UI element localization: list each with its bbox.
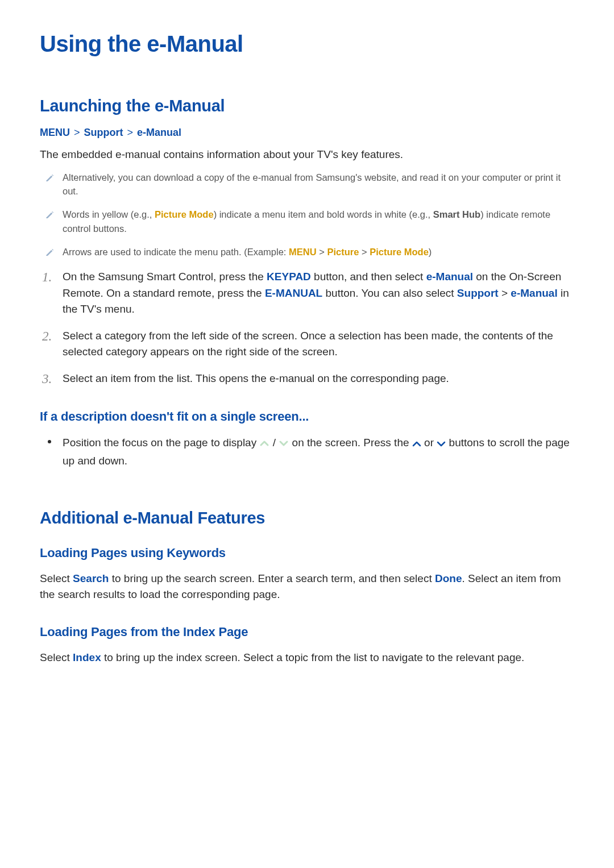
yellow-term: MENU bbox=[289, 247, 317, 257]
button-ref: KEYPAD bbox=[267, 271, 311, 283]
text-fragment: > bbox=[499, 287, 511, 299]
paragraph-keywords: Select Search to bring up the search scr… bbox=[40, 571, 574, 602]
menu-ref: e-Manual bbox=[511, 287, 557, 299]
text-fragment: Select bbox=[40, 572, 73, 584]
breadcrumb-support: Support bbox=[84, 127, 123, 138]
step-text: Select a category from the left side of … bbox=[63, 330, 553, 358]
section-heading-additional: Additional e-Manual Features bbox=[40, 509, 574, 528]
note-item: Words in yellow (e.g., Picture Mode) ind… bbox=[40, 207, 574, 236]
section-heading-launching: Launching the e-Manual bbox=[40, 97, 574, 115]
note-item: Arrows are used to indicate the menu pat… bbox=[40, 245, 574, 259]
yellow-term: Picture bbox=[327, 247, 359, 257]
button-ref: E-MANUAL bbox=[265, 287, 322, 299]
breadcrumb-sep: > bbox=[70, 127, 84, 138]
note-icon bbox=[45, 246, 54, 255]
note-text: Arrows are used to indicate the menu pat… bbox=[63, 247, 432, 257]
note-icon bbox=[45, 172, 54, 180]
chevron-up-icon bbox=[412, 435, 421, 452]
menu-ref-done: Done bbox=[435, 572, 462, 584]
step-number: 2. bbox=[42, 327, 52, 347]
step-text: Select an item from the list. This opens… bbox=[63, 372, 449, 384]
paragraph-index: Select Index to bring up the index scree… bbox=[40, 650, 574, 666]
text-fragment: Words in yellow (e.g., bbox=[63, 209, 155, 219]
breadcrumb: MENU > Support > e-Manual bbox=[40, 127, 574, 139]
text-fragment: to bring up the search screen. Enter a s… bbox=[109, 572, 434, 584]
text-fragment: Select bbox=[40, 651, 73, 663]
text-fragment: button. You can also select bbox=[322, 287, 457, 299]
step-item: 1. On the Samsung Smart Control, press t… bbox=[40, 269, 574, 318]
bullet-text: Position the focus on the page to displa… bbox=[63, 437, 570, 466]
text-fragment: or bbox=[424, 437, 437, 448]
text-fragment: to bring up the index screen. Select a t… bbox=[101, 651, 525, 663]
text-fragment: On the Samsung Smart Control, press the bbox=[63, 271, 267, 283]
text-fragment: on the screen. Press the bbox=[292, 437, 412, 448]
step-number: 3. bbox=[42, 369, 52, 389]
note-list: Alternatively, you can download a copy o… bbox=[40, 171, 574, 259]
bullet-list: Position the focus on the page to displa… bbox=[40, 434, 574, 469]
text-fragment: Position the focus on the page to displa… bbox=[63, 437, 259, 448]
step-number: 1. bbox=[42, 268, 52, 288]
yellow-term: Picture Mode bbox=[370, 247, 429, 257]
text-fragment: button, and then select bbox=[311, 271, 426, 283]
bold-term: Smart Hub bbox=[433, 209, 480, 219]
bullet-item: Position the focus on the page to displa… bbox=[40, 434, 574, 469]
text-fragment: > bbox=[359, 247, 370, 257]
step-item: 3. Select an item from the list. This op… bbox=[40, 371, 574, 387]
note-text: Words in yellow (e.g., Picture Mode) ind… bbox=[63, 209, 550, 234]
bullet-icon bbox=[48, 440, 51, 443]
manual-page: Using the e-Manual Launching the e-Manua… bbox=[0, 0, 614, 708]
menu-ref: e-Manual bbox=[426, 271, 473, 283]
yellow-term: Picture Mode bbox=[155, 209, 214, 219]
note-icon bbox=[45, 209, 54, 217]
text-fragment: ) bbox=[429, 247, 432, 257]
breadcrumb-emanual: e-Manual bbox=[137, 127, 181, 138]
text-fragment: Arrows are used to indicate the menu pat… bbox=[63, 247, 289, 257]
menu-ref: Support bbox=[457, 287, 499, 299]
text-fragment: ) indicate a menu item and bold words in… bbox=[214, 209, 433, 219]
breadcrumb-menu: MENU bbox=[40, 127, 70, 138]
note-text: Alternatively, you can download a copy o… bbox=[63, 172, 561, 197]
subsection-heading-keywords: Loading Pages using Keywords bbox=[40, 546, 574, 560]
step-text: On the Samsung Smart Control, press the … bbox=[63, 271, 569, 315]
text-fragment: > bbox=[317, 247, 327, 257]
menu-ref-search: Search bbox=[73, 572, 109, 584]
note-item: Alternatively, you can download a copy o… bbox=[40, 171, 574, 199]
page-title: Using the e-Manual bbox=[40, 31, 574, 57]
intro-text: The embedded e-manual contains informati… bbox=[40, 147, 574, 163]
step-item: 2. Select a category from the left side … bbox=[40, 328, 574, 360]
menu-ref-index: Index bbox=[73, 651, 101, 663]
subsection-heading-fit: If a description doesn't fit on a single… bbox=[40, 409, 574, 424]
spacer bbox=[40, 480, 574, 509]
text-fragment: / bbox=[273, 437, 279, 448]
chevron-down-soft-icon bbox=[279, 435, 289, 452]
chevron-down-icon bbox=[437, 435, 446, 452]
steps-list: 1. On the Samsung Smart Control, press t… bbox=[40, 269, 574, 387]
subsection-heading-index: Loading Pages from the Index Page bbox=[40, 625, 574, 639]
chevron-up-soft-icon bbox=[259, 435, 269, 452]
breadcrumb-sep: > bbox=[123, 127, 138, 138]
